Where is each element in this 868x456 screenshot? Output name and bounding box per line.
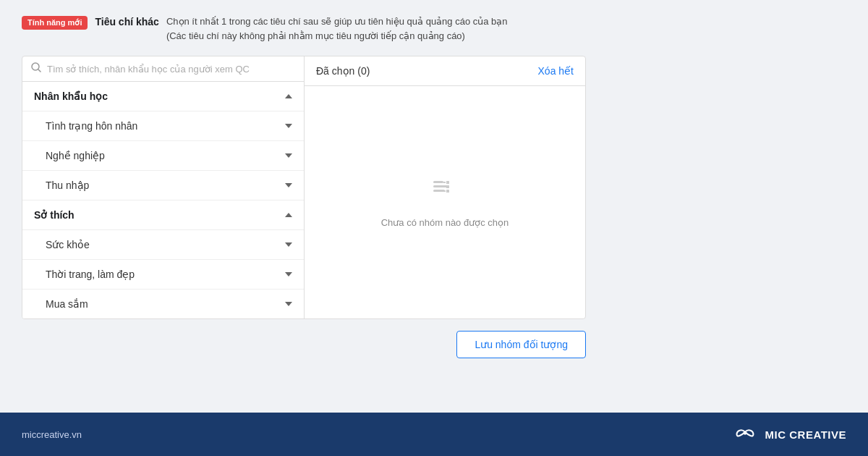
svg-rect-6	[446, 185, 449, 188]
subcategory-suc-khoe[interactable]: Sức khỏe	[22, 230, 304, 259]
subcategory-tinh-trang-hon-nhan[interactable]: Tình trạng hôn nhân	[22, 111, 304, 140]
clear-all-button[interactable]: Xóa hết	[538, 65, 574, 77]
subcategory-mua-sam[interactable]: Mua sắm	[22, 290, 304, 318]
chevron-down-icon	[285, 272, 292, 276]
subcategory-title: Mua sắm	[34, 298, 88, 310]
footer: miccreative.vn MIC CREATIVE	[0, 413, 868, 456]
svg-rect-7	[446, 190, 449, 193]
search-box	[22, 56, 304, 82]
subcategory-thu-nhap[interactable]: Thu nhập	[22, 171, 304, 200]
footer-brand-name: MIC CREATIVE	[765, 428, 846, 441]
left-panel: Nhân khẩu học Tình trạng hôn nhân Nghề n…	[22, 56, 305, 318]
empty-text: Chưa có nhóm nào được chọn	[381, 217, 509, 228]
header-bar: Tính năng mới Tiêu chí khác Chọn ít nhất…	[22, 14, 846, 43]
empty-list-icon	[430, 177, 459, 208]
subcategory-title: Nghề nghiệp	[34, 150, 105, 161]
search-icon	[31, 62, 41, 75]
save-group-button[interactable]: Lưu nhóm đối tượng	[456, 331, 586, 358]
subcategory-title: Sức khỏe	[34, 239, 90, 250]
selected-count: Đã chọn (0)	[316, 65, 370, 77]
subcategory-thoi-trang[interactable]: Thời trang, làm đẹp	[22, 260, 304, 289]
category-so-thich[interactable]: Sở thích	[22, 200, 304, 229]
chevron-down-icon	[285, 124, 292, 128]
search-input[interactable]	[47, 64, 295, 75]
categories-list: Nhân khẩu học Tình trạng hôn nhân Nghề n…	[22, 82, 304, 318]
footer-brand: MIC CREATIVE	[732, 424, 846, 444]
subcategory-title: Thời trang, làm đẹp	[34, 269, 135, 280]
chevron-down-icon	[285, 183, 292, 187]
footer-domain: miccreative.vn	[22, 429, 82, 440]
main-panel: Nhân khẩu học Tình trạng hôn nhân Nghề n…	[22, 56, 586, 319]
chevron-down-icon	[285, 153, 292, 158]
svg-rect-4	[433, 190, 445, 192]
category-title: Nhân khẩu học	[34, 90, 108, 102]
new-feature-badge: Tính năng mới	[22, 16, 88, 30]
header-description: Chọn ít nhất 1 trong các tiêu chí sau sẽ…	[166, 14, 508, 43]
category-nhan-khau-hoc[interactable]: Nhân khẩu học	[22, 82, 304, 111]
subcategory-title: Thu nhập	[34, 180, 89, 191]
chevron-up-icon	[285, 213, 292, 217]
svg-rect-2	[433, 181, 443, 183]
mic-logo-icon	[732, 424, 758, 444]
empty-state: Chưa có nhóm nào được chọn	[305, 86, 585, 318]
chevron-down-icon	[285, 302, 292, 306]
subcategory-title: Tình trạng hôn nhân	[34, 120, 137, 132]
subcategory-nghe-nghiep[interactable]: Nghề nghiệp	[22, 141, 304, 170]
svg-rect-5	[446, 181, 449, 184]
right-panel: Đã chọn (0) Xóa hết	[305, 56, 585, 318]
criteria-label: Tiêu chí khác	[95, 16, 158, 28]
svg-point-11	[743, 431, 746, 435]
right-panel-header: Đã chọn (0) Xóa hết	[305, 56, 585, 86]
svg-line-1	[38, 69, 41, 72]
chevron-down-icon	[285, 242, 292, 247]
action-bar: Lưu nhóm đối tượng	[22, 319, 608, 370]
chevron-up-icon	[285, 94, 292, 98]
category-title: Sở thích	[34, 209, 75, 221]
